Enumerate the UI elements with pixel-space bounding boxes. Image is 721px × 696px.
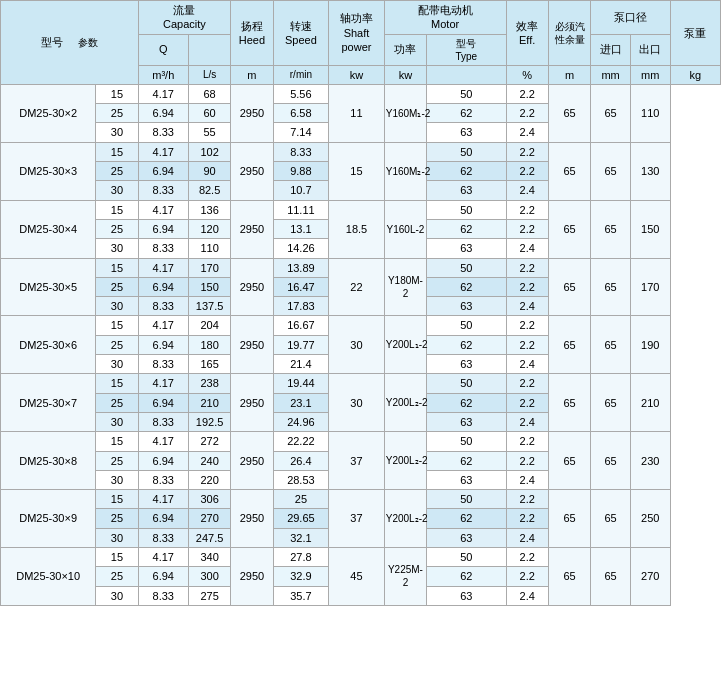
ls-value: 8.33 bbox=[138, 239, 188, 258]
ls-value: 8.33 bbox=[138, 355, 188, 374]
eff-value: 62 bbox=[427, 162, 506, 181]
motor-kw-value: 30 bbox=[329, 316, 385, 374]
motor-type-value: Y200L₂-2 bbox=[384, 490, 426, 548]
model-cell: DM25-30×2 bbox=[1, 84, 96, 142]
ls-value: 4.17 bbox=[138, 374, 188, 393]
motor-kw-value: 45 bbox=[329, 548, 385, 606]
h-value: 165 bbox=[188, 355, 230, 374]
table-row: DM25-30×7154.17238295019.4430Y200L₂-2502… bbox=[1, 374, 721, 393]
pa-value: 10.7 bbox=[273, 181, 329, 200]
npsh-value: 2.2 bbox=[506, 200, 548, 219]
q-value: 15 bbox=[96, 548, 138, 567]
ls-value: 8.33 bbox=[138, 123, 188, 142]
npsh-value: 2.4 bbox=[506, 355, 548, 374]
eff-value: 50 bbox=[427, 548, 506, 567]
npsh-value: 2.2 bbox=[506, 509, 548, 528]
unit-kg: kg bbox=[670, 65, 720, 84]
motor-kw-value: 22 bbox=[329, 258, 385, 316]
ls-header bbox=[188, 34, 230, 65]
q-value: 30 bbox=[96, 181, 138, 200]
param-header-text: 参数 bbox=[78, 37, 98, 48]
h-value: 220 bbox=[188, 470, 230, 489]
unit-rmin: r/min bbox=[273, 65, 329, 84]
npsh-value: 2.2 bbox=[506, 393, 548, 412]
eff-value: 62 bbox=[427, 509, 506, 528]
q-value: 15 bbox=[96, 490, 138, 509]
h-value: 60 bbox=[188, 104, 230, 123]
ls-value: 6.94 bbox=[138, 509, 188, 528]
weight-value: 250 bbox=[630, 490, 670, 548]
model-cell: DM25-30×8 bbox=[1, 432, 96, 490]
pa-value: 11.11 bbox=[273, 200, 329, 219]
speed-value: 2950 bbox=[231, 258, 273, 316]
outlet-value: 65 bbox=[591, 200, 631, 258]
ls-value: 6.94 bbox=[138, 219, 188, 238]
q-value: 30 bbox=[96, 412, 138, 431]
motor-kw-value: 37 bbox=[329, 432, 385, 490]
motor-header: 配带电动机Motor bbox=[384, 1, 506, 35]
h-value: 170 bbox=[188, 258, 230, 277]
ls-value: 8.33 bbox=[138, 470, 188, 489]
pa-value: 35.7 bbox=[273, 586, 329, 605]
unit-ls: L/s bbox=[188, 65, 230, 84]
q-value: 15 bbox=[96, 258, 138, 277]
pa-value: 27.8 bbox=[273, 548, 329, 567]
outlet-value: 65 bbox=[591, 84, 631, 142]
q-value: 25 bbox=[96, 567, 138, 586]
weight-value: 150 bbox=[630, 200, 670, 258]
model-cell: DM25-30×9 bbox=[1, 490, 96, 548]
pa-value: 17.83 bbox=[273, 297, 329, 316]
h-value: 90 bbox=[188, 162, 230, 181]
weight-value: 270 bbox=[630, 548, 670, 606]
ls-value: 6.94 bbox=[138, 335, 188, 354]
eff-value: 63 bbox=[427, 123, 506, 142]
motor-type-value: Y200L₁-2 bbox=[384, 316, 426, 374]
ls-value: 4.17 bbox=[138, 432, 188, 451]
h-value: 137.5 bbox=[188, 297, 230, 316]
pa-value: 13.89 bbox=[273, 258, 329, 277]
q-value: 25 bbox=[96, 162, 138, 181]
eff-value: 63 bbox=[427, 470, 506, 489]
pa-value: 22.22 bbox=[273, 432, 329, 451]
table-row: DM25-30×2154.176829505.5611Y160M₁-2502.2… bbox=[1, 84, 721, 103]
ls-value: 4.17 bbox=[138, 200, 188, 219]
h-value: 340 bbox=[188, 548, 230, 567]
motor-type-value: Y160M₁-2 bbox=[384, 84, 426, 142]
model-cell: DM25-30×7 bbox=[1, 374, 96, 432]
motor-type-value: Y200L₂-2 bbox=[384, 374, 426, 432]
h-value: 110 bbox=[188, 239, 230, 258]
q-value: 30 bbox=[96, 586, 138, 605]
h-value: 270 bbox=[188, 509, 230, 528]
ls-value: 8.33 bbox=[138, 181, 188, 200]
model-cell: DM25-30×5 bbox=[1, 258, 96, 316]
ls-value: 4.17 bbox=[138, 258, 188, 277]
q-value: 25 bbox=[96, 335, 138, 354]
speed-value: 2950 bbox=[231, 84, 273, 142]
npsh-value: 2.2 bbox=[506, 335, 548, 354]
npsh-value: 2.2 bbox=[506, 432, 548, 451]
npsh-value: 2.4 bbox=[506, 586, 548, 605]
motor-kw-value: 11 bbox=[329, 84, 385, 142]
eff-value: 50 bbox=[427, 374, 506, 393]
h-value: 306 bbox=[188, 490, 230, 509]
pa-value: 5.56 bbox=[273, 84, 329, 103]
pa-value: 19.77 bbox=[273, 335, 329, 354]
speed-value: 2950 bbox=[231, 142, 273, 200]
speed-header: 转速Speed bbox=[273, 1, 329, 66]
speed-value: 2950 bbox=[231, 490, 273, 548]
eff-header: 效率Eff. bbox=[506, 1, 548, 66]
weight-header: 泵重 bbox=[670, 1, 720, 66]
motor-kw-value: 37 bbox=[329, 490, 385, 548]
unit-type bbox=[427, 65, 506, 84]
outlet-value: 65 bbox=[591, 490, 631, 548]
eff-value: 62 bbox=[427, 104, 506, 123]
motor-kw-value: 30 bbox=[329, 374, 385, 432]
eff-value: 50 bbox=[427, 490, 506, 509]
outlet-value: 65 bbox=[591, 258, 631, 316]
ls-value: 8.33 bbox=[138, 412, 188, 431]
pa-value: 23.1 bbox=[273, 393, 329, 412]
pa-value: 9.88 bbox=[273, 162, 329, 181]
npsh-value: 2.2 bbox=[506, 277, 548, 296]
h-value: 204 bbox=[188, 316, 230, 335]
speed-value: 2950 bbox=[231, 316, 273, 374]
